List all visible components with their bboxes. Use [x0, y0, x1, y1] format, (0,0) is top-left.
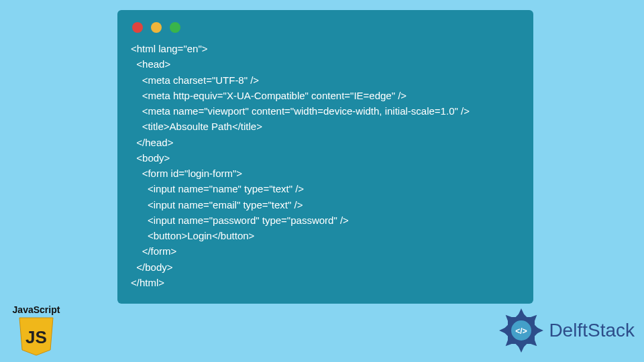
minimize-icon: [151, 22, 162, 33]
code-snippet: <html lang="en"> <head> <meta charset="U…: [131, 41, 520, 290]
delftstack-logo-icon: </>: [496, 306, 546, 355]
js-logo-text: JS: [25, 327, 47, 347]
svg-text:</>: </>: [516, 326, 527, 336]
code-window: <html lang="en"> <head> <meta charset="U…: [117, 10, 533, 304]
delftstack-name: DelftStack: [549, 320, 635, 341]
maximize-icon: [170, 22, 180, 33]
javascript-label: JavaScript: [9, 304, 63, 315]
javascript-badge: JavaScript JS: [9, 304, 63, 357]
delftstack-brand: </> DelftStack: [496, 306, 635, 355]
window-controls: [132, 22, 520, 33]
javascript-logo-icon: JS: [18, 316, 54, 357]
close-icon: [132, 22, 143, 33]
